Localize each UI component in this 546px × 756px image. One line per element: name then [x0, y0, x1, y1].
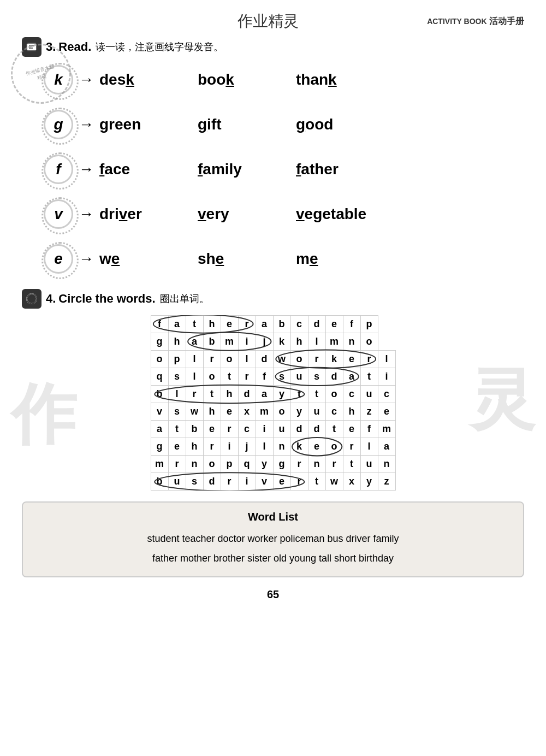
page: 作业精灵 ACTIVITY BOOK 活动手册 作业辅音本题精灵 3. Read… — [0, 0, 546, 756]
word-row-k: k → desk book thank — [44, 65, 524, 94]
grid-cell: e — [273, 473, 290, 491]
grid-cell: n — [343, 333, 360, 351]
grid-cell: w — [325, 473, 343, 491]
grid-cell: o — [151, 351, 168, 368]
arrow-e: → — [79, 250, 94, 268]
grid-cell: r — [186, 386, 203, 403]
grid-cell: z — [378, 473, 395, 491]
grid-cell: r — [290, 456, 308, 473]
word-list-title: Word List — [34, 511, 512, 523]
grid-cell: g — [151, 333, 168, 351]
grid-cell: c — [290, 316, 308, 333]
grid-cell: f — [256, 368, 273, 386]
word-me: me — [296, 250, 318, 268]
grid-cell: g — [151, 438, 168, 456]
grid-cell: h — [203, 316, 221, 333]
grid-cell: x — [238, 403, 256, 421]
grid-cell: m — [325, 333, 343, 351]
word-good: good — [296, 116, 333, 133]
grid-cell: p — [168, 351, 186, 368]
grid-cell: i — [238, 473, 256, 491]
grid-cell: x — [343, 473, 360, 491]
arrow-f: → — [79, 161, 94, 178]
arrow-g: → — [79, 116, 94, 133]
grid-cell: w — [186, 403, 203, 421]
word-vegetable: vegetable — [296, 205, 366, 223]
grid-cell: a — [151, 421, 168, 438]
grid-cell: h — [221, 386, 238, 403]
word-list-box: Word List student teacher doctor worker … — [22, 501, 524, 577]
grid-cell: y — [360, 473, 378, 491]
grid-cell: a — [343, 368, 360, 386]
grid-container: fatherabcdefpghabmijkhlmnooplroldworkerl… — [22, 315, 524, 491]
grid-cell: d — [256, 351, 273, 368]
grid-cell: t — [308, 473, 325, 491]
stamp-text: 作业辅音本题精灵 — [25, 63, 57, 84]
grid-cell: c — [343, 386, 360, 403]
section4-title-zh: 圈出单词。 — [160, 292, 209, 305]
grid-cell: a — [256, 386, 273, 403]
grid-cell: r — [343, 438, 360, 456]
grid-cell: r — [203, 438, 221, 456]
grid-cell: u — [360, 456, 378, 473]
grid-cell: h — [290, 333, 308, 351]
word-row-e: e → we she me — [44, 244, 524, 274]
grid-cell: n — [308, 456, 325, 473]
word-rows: k → desk book thank g → green gift good … — [44, 65, 524, 274]
grid-cell: p — [360, 316, 378, 333]
grid-cell: j — [256, 333, 273, 351]
header: 作业精灵 ACTIVITY BOOK 活动手册 — [22, 11, 524, 32]
grid-cell: t — [325, 421, 343, 438]
grid-cell: s — [168, 368, 186, 386]
word-list-line1: student teacher doctor worker policeman … — [34, 529, 512, 548]
grid-cell: h — [186, 438, 203, 456]
grid-cell: k — [290, 438, 308, 456]
arrow-v: → — [79, 205, 94, 223]
word-grid: fatherabcdefpghabmijkhlmnooplroldworkerl… — [151, 315, 396, 491]
grid-cell: i — [256, 421, 273, 438]
grid-cell: k — [273, 333, 290, 351]
grid-cell: t — [221, 368, 238, 386]
section4-header: 4. Circle the words. 圈出单词。 — [22, 289, 524, 309]
grid-cell: e — [343, 421, 360, 438]
word-book: book — [198, 71, 296, 88]
grid-cell: t — [186, 316, 203, 333]
grid-cell: i — [221, 438, 238, 456]
page-number: 65 — [22, 588, 524, 601]
section3-title-en: Read. — [58, 40, 91, 54]
grid-cell: e — [221, 316, 238, 333]
grid-cell: f — [360, 421, 378, 438]
grid-cell: e — [221, 403, 238, 421]
activity-book-zh-label: 活动手册 — [489, 16, 524, 26]
grid-cell: o — [203, 368, 221, 386]
grid-cell: e — [168, 438, 186, 456]
grid-cell: y — [290, 403, 308, 421]
grid-cell: u — [168, 473, 186, 491]
grid-cell: s — [273, 368, 290, 386]
grid-cell: g — [273, 456, 290, 473]
grid-cell: z — [360, 403, 378, 421]
svg-point-5 — [27, 294, 37, 304]
grid-cell: u — [273, 421, 290, 438]
grid-cell: l — [186, 368, 203, 386]
grid-cell: o — [221, 351, 238, 368]
grid-cell: f — [151, 316, 168, 333]
grid-cell: r — [168, 456, 186, 473]
grid-cell: s — [168, 403, 186, 421]
word-green: green — [99, 116, 198, 133]
grid-cell: j — [238, 438, 256, 456]
grid-cell: a — [378, 438, 395, 456]
grid-cell: n — [186, 456, 203, 473]
grid-cell: r — [221, 473, 238, 491]
grid-cell: t — [290, 386, 308, 403]
grid-cell: o — [290, 351, 308, 368]
grid-cell: n — [378, 456, 395, 473]
word-she: she — [198, 250, 296, 268]
grid-cell: r — [308, 351, 325, 368]
grid-cell: d — [290, 421, 308, 438]
grid-cell: e — [325, 316, 343, 333]
grid-cell: c — [238, 421, 256, 438]
grid-cell: u — [290, 368, 308, 386]
grid-cell: t — [203, 386, 221, 403]
grid-cell: b — [151, 386, 168, 403]
